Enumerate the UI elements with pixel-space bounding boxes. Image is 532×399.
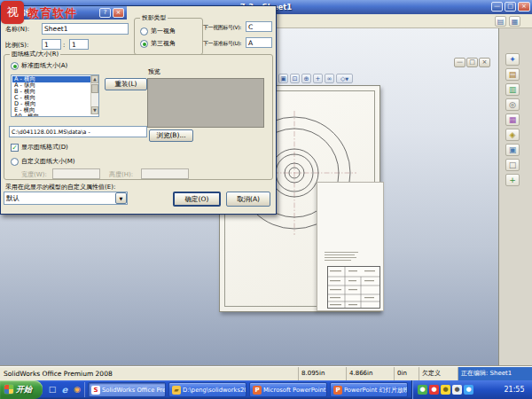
doc-minimize-button[interactable]: — <box>454 58 466 67</box>
toolbar-options-icon[interactable]: ▤ <box>495 16 506 27</box>
appearances-icon[interactable]: ◈ <box>505 129 520 141</box>
file-explorer-icon[interactable]: ▥ <box>505 83 520 96</box>
taskbar-button-solidworks[interactable]: S SolidWorks Office Premiu... <box>88 382 166 397</box>
taskbar-button-folder[interactable]: ▰ D:\peng\solidworks2008 <box>168 382 246 397</box>
list-item[interactable]: A - 横向 <box>12 76 90 82</box>
solidworks-app-icon: S <box>91 386 100 395</box>
start-button[interactable]: 开始 <box>0 380 43 399</box>
scroll-down-icon[interactable]: ▼ <box>91 106 98 114</box>
document-icon[interactable]: □ <box>505 159 520 171</box>
doc-restore-icon: □ <box>469 59 475 66</box>
sheet-name-input[interactable]: Sheet1 <box>42 23 129 35</box>
status-editing-sheet: 正在编辑: Sheet1 <box>458 367 532 380</box>
appearances-glyph: ◈ <box>510 130 516 139</box>
format-path-input[interactable]: C:\d041128.001.MS\data\a - <box>9 126 147 137</box>
file-explorer-glyph: ▥ <box>509 85 517 94</box>
resources-icon[interactable]: ✦ <box>505 53 520 66</box>
antivirus-icon[interactable]: ● <box>418 385 427 395</box>
name-label: 名称(N): <box>5 25 29 34</box>
titleblock-notes <box>325 252 360 261</box>
taskbar-button-slideshow[interactable]: P PowerPoint 幻灯片放映... <box>330 382 408 397</box>
custom-sheet-size-label: 自定义图纸大小(M) <box>21 157 75 166</box>
design-library-glyph: ▤ <box>509 70 517 79</box>
add-icon[interactable]: + <box>505 174 520 186</box>
toolbar-icon-1: ▤ <box>497 18 505 26</box>
list-item[interactable]: E - 横向 <box>12 107 90 113</box>
taskbar-button-powerpoint[interactable]: P Microsoft PowerPoint... <box>249 382 327 397</box>
scroll-up-icon[interactable]: ▲ <box>91 75 98 83</box>
scrollbar-thumb[interactable] <box>91 84 98 93</box>
custom-properties-combobox[interactable]: 默认 <box>4 192 128 205</box>
media-player-icon[interactable]: ◉ <box>72 384 82 395</box>
toolbar-panels-icon[interactable]: ▦ <box>509 16 520 27</box>
zoom-area-icon[interactable]: ⊡ <box>290 74 300 83</box>
view-palette-glyph: ▦ <box>509 115 517 124</box>
status-x-coordinate: 8.095in <box>298 367 344 380</box>
browse-button[interactable]: 浏览(B)... <box>149 129 193 142</box>
powerpoint-icon: P <box>333 386 342 395</box>
preview-label: 预览 <box>148 67 160 76</box>
media-player-glyph: ◉ <box>74 385 81 394</box>
view-orientation-icon[interactable]: ◇ ▼ <box>336 74 353 83</box>
custom-properties-icon[interactable]: ▣ <box>505 144 520 156</box>
width-input <box>52 168 100 179</box>
listbox-scrollbar[interactable]: ▲ ▼ <box>90 75 98 114</box>
folder-icon: ▰ <box>172 386 181 395</box>
height-input <box>141 168 189 179</box>
status-definition-state: 欠定义 <box>419 367 456 380</box>
first-angle-radio[interactable] <box>140 27 148 35</box>
zoom-area-glyph: ⊡ <box>293 75 298 82</box>
close-button[interactable]: × <box>518 2 530 12</box>
scale-numerator-input[interactable]: 1 <box>42 39 61 50</box>
next-view-input[interactable]: C <box>246 21 272 32</box>
display-style-icon[interactable]: ∞ <box>325 74 334 83</box>
view-palette-icon[interactable]: ▦ <box>505 113 520 126</box>
scale-denominator-input[interactable]: 1 <box>69 39 89 50</box>
list-item[interactable]: A - 纵向 <box>12 82 90 89</box>
standard-sheet-size-radio[interactable] <box>11 62 19 70</box>
list-item[interactable]: C - 横向 <box>12 95 90 101</box>
third-angle-radio[interactable] <box>140 40 148 48</box>
resources-glyph: ✦ <box>509 55 516 64</box>
dialog-help-button[interactable]: ? <box>99 8 111 18</box>
taskbar: 开始 □ e ◉ S SolidWorks Office Premiu... ▰… <box>0 380 532 399</box>
reload-button[interactable]: 重装(L) <box>105 78 147 90</box>
alert-icon[interactable]: ● <box>441 385 450 395</box>
help-icon: ? <box>104 9 107 17</box>
document-glyph: □ <box>509 160 517 169</box>
show-sheet-format-checkbox[interactable]: ✓ <box>11 144 19 152</box>
next-datum-input[interactable]: A <box>246 37 272 48</box>
task-label: D:\peng\solidworks2008 <box>183 387 246 394</box>
dialog-close-button[interactable]: × <box>113 8 124 18</box>
list-item[interactable]: B - 横向 <box>12 89 90 95</box>
pan-glyph: + <box>316 75 321 82</box>
doc-restore-button[interactable]: □ <box>466 58 478 67</box>
custom-sheet-size-radio[interactable] <box>11 158 19 166</box>
maximize-button[interactable]: □ <box>505 2 516 12</box>
pan-icon[interactable]: + <box>313 74 323 83</box>
sheet-size-listbox[interactable]: A - 横向 A - 纵向 B - 横向 C - 横向 D - 横向 E - 横… <box>11 74 99 117</box>
network-icon[interactable]: ● <box>464 385 473 395</box>
ie-icon[interactable]: e <box>59 384 70 395</box>
messenger-icon[interactable]: ● <box>429 385 439 395</box>
select-icon[interactable]: ▣ <box>278 74 288 83</box>
show-desktop-icon[interactable]: □ <box>47 384 58 395</box>
doc-close-button[interactable]: × <box>479 58 490 67</box>
list-item[interactable]: A0 - 横向 <box>12 113 90 117</box>
doc-close-icon: × <box>482 59 488 66</box>
ok-button[interactable]: 确定(O) <box>173 192 221 207</box>
title-block <box>327 266 380 309</box>
list-item[interactable]: D - 横向 <box>12 101 90 107</box>
cancel-button[interactable]: 取消(A) <box>226 192 270 207</box>
zoom-in-out-icon[interactable]: ⊕ <box>301 74 311 83</box>
windows-flag-icon <box>4 385 13 394</box>
minimize-icon: — <box>494 3 500 11</box>
design-library-icon[interactable]: ▤ <box>505 68 520 81</box>
quick-launch-divider <box>84 382 85 397</box>
combobox-arrow-icon[interactable]: ▼ <box>115 192 127 204</box>
system-tray: ● ● ● ● ● 21:55 <box>411 380 532 399</box>
volume-icon[interactable]: ● <box>452 385 462 395</box>
minimize-button[interactable]: — <box>491 2 503 12</box>
zoom-glyph: ⊕ <box>304 75 309 82</box>
search-icon[interactable]: ◎ <box>505 98 520 111</box>
